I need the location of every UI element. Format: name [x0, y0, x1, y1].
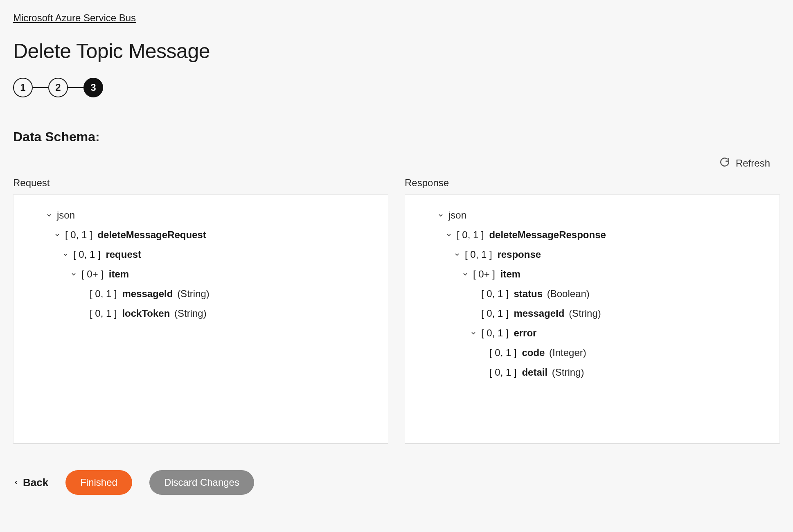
finished-button[interactable]: Finished	[65, 470, 132, 495]
tree-node-root[interactable]: json	[414, 205, 770, 225]
step-2[interactable]: 2	[48, 78, 68, 97]
tree-node-name: messageId	[122, 288, 173, 299]
tree-cardinality: [ 0, 1 ]	[465, 249, 492, 260]
actions-bar: Back Finished Discard Changes	[13, 470, 780, 495]
tree-node-root[interactable]: json	[23, 205, 379, 225]
discard-changes-button[interactable]: Discard Changes	[149, 470, 254, 495]
chevron-left-icon	[13, 476, 19, 489]
back-button[interactable]: Back	[13, 476, 48, 489]
tree-node[interactable]: [ 0, 1 ] deleteMessageResponse	[414, 225, 770, 245]
back-label: Back	[23, 476, 48, 489]
tree-node-name: messageId	[514, 308, 564, 319]
tree-cardinality: [ 0, 1 ]	[481, 308, 509, 319]
tree-node-type: (String)	[569, 308, 601, 319]
tree-cardinality: [ 0, 1 ]	[90, 308, 117, 319]
refresh-button[interactable]: Refresh	[719, 157, 770, 170]
chevron-down-icon	[45, 212, 53, 219]
tree-cardinality: [ 0, 1 ]	[489, 347, 517, 358]
step-connector	[33, 87, 48, 88]
tree-node-name: deleteMessageRequest	[97, 229, 206, 240]
tree-node-name: item	[109, 268, 129, 280]
page-title: Delete Topic Message	[13, 39, 780, 63]
tree-leaf[interactable]: [ 0, 1 ] lockToken (String)	[23, 304, 379, 323]
tree-node-name: response	[497, 249, 541, 260]
chevron-down-icon	[445, 232, 453, 238]
tree-cardinality: [ 0, 1 ]	[481, 327, 509, 338]
tree-node[interactable]: [ 0+ ] item	[23, 264, 379, 284]
request-panel: json [ 0, 1 ] deleteMessageRequest [ 0, …	[13, 194, 388, 444]
tree-leaf[interactable]: [ 0, 1 ] code (Integer)	[414, 343, 770, 363]
tree-cardinality: [ 0+ ]	[473, 268, 495, 280]
stepper: 1 2 3	[13, 78, 780, 97]
tree-node-name: request	[106, 249, 141, 260]
chevron-down-icon	[462, 271, 469, 277]
chevron-down-icon	[62, 251, 69, 258]
tree-node-type: (Boolean)	[547, 288, 590, 299]
response-column-label: Response	[405, 177, 780, 189]
tree-node[interactable]: [ 0, 1 ] error	[414, 323, 770, 343]
tree-node-name: item	[500, 268, 520, 280]
chevron-down-icon	[54, 232, 61, 238]
tree-node[interactable]: [ 0, 1 ] request	[23, 245, 379, 264]
tree-node-name: error	[514, 327, 536, 338]
tree-leaf[interactable]: [ 0, 1 ] messageId (String)	[23, 284, 379, 304]
chevron-down-icon	[437, 212, 444, 219]
response-panel: json [ 0, 1 ] deleteMessageResponse [ 0,…	[405, 194, 780, 444]
step-1[interactable]: 1	[13, 78, 33, 97]
request-column: Request json [ 0, 1 ] deleteMessageReque…	[13, 177, 388, 444]
response-column: Response json [ 0, 1 ] deleteMessageResp…	[405, 177, 780, 444]
tree-cardinality: [ 0, 1 ]	[65, 229, 92, 240]
tree-leaf[interactable]: [ 0, 1 ] status (Boolean)	[414, 284, 770, 304]
refresh-icon	[719, 157, 730, 170]
chevron-down-icon	[453, 251, 461, 258]
tree-node[interactable]: [ 0, 1 ] deleteMessageRequest	[23, 225, 379, 245]
tree-leaf[interactable]: [ 0, 1 ] messageId (String)	[414, 304, 770, 323]
tree-cardinality: [ 0, 1 ]	[73, 249, 101, 260]
tree-cardinality: [ 0, 1 ]	[90, 288, 117, 299]
tree-cardinality: [ 0, 1 ]	[457, 229, 484, 240]
tree-leaf[interactable]: [ 0, 1 ] detail (String)	[414, 363, 770, 382]
refresh-label: Refresh	[736, 158, 770, 169]
tree-node-name: status	[514, 288, 543, 299]
tree-node-name: deleteMessageResponse	[489, 229, 606, 240]
step-connector	[68, 87, 83, 88]
tree-cardinality: [ 0, 1 ]	[489, 367, 517, 378]
breadcrumb-link[interactable]: Microsoft Azure Service Bus	[13, 12, 136, 23]
step-3[interactable]: 3	[83, 78, 103, 97]
tree-node-type: (String)	[177, 288, 210, 299]
tree-node-name: code	[522, 347, 545, 358]
section-title: Data Schema:	[13, 129, 780, 144]
tree-node-name: detail	[522, 367, 547, 378]
tree-cardinality: [ 0, 1 ]	[481, 288, 509, 299]
tree-node[interactable]: [ 0, 1 ] response	[414, 245, 770, 264]
request-column-label: Request	[13, 177, 388, 189]
tree-cardinality: [ 0+ ]	[81, 268, 104, 280]
tree-node-type: (String)	[552, 367, 584, 378]
tree-node[interactable]: [ 0+ ] item	[414, 264, 770, 284]
chevron-down-icon	[470, 330, 477, 336]
chevron-down-icon	[70, 271, 77, 277]
tree-node-type: (String)	[174, 308, 207, 319]
tree-node-name: lockToken	[122, 308, 170, 319]
tree-node-type: (Integer)	[549, 347, 586, 358]
tree-node-label: json	[448, 208, 466, 223]
tree-node-label: json	[57, 208, 75, 223]
